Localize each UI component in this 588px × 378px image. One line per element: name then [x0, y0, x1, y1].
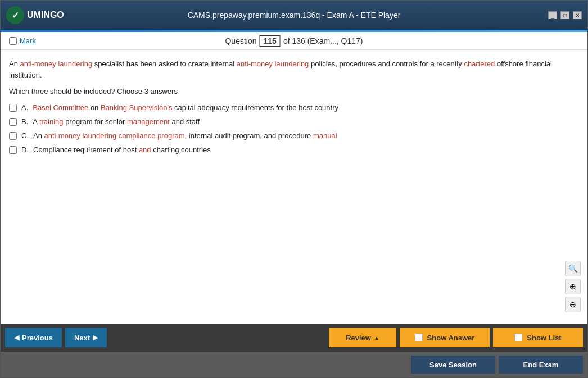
- titlebar: ✓ UMINGO CAMS.prepaway.premium.exam.136q…: [1, 1, 587, 30]
- option-b-text: A training program for senior management…: [33, 117, 200, 126]
- window-controls: _ □ ✕: [548, 11, 582, 19]
- show-answer-checkbox-icon: [415, 334, 423, 341]
- highlight-3: chartered: [464, 60, 495, 68]
- close-button[interactable]: ✕: [573, 11, 582, 19]
- logo-check: ✓: [12, 10, 19, 21]
- show-answer-label: Show Answer: [427, 334, 475, 342]
- review-button[interactable]: Review ▲: [329, 328, 396, 347]
- option-c-letter: C.: [21, 131, 29, 140]
- review-dropdown-icon: ▲: [374, 335, 379, 341]
- option-a: A. Basel Committee on Banking Supervisio…: [9, 103, 579, 112]
- question-number-area: Question 115 of 136 (Exam..., Q117): [225, 35, 363, 47]
- next-label: Next: [74, 334, 90, 342]
- question-header: Mark Question 115 of 136 (Exam..., Q117): [1, 32, 587, 50]
- mark-label[interactable]: Mark: [20, 37, 36, 45]
- logo-text: UMINGO: [27, 10, 64, 20]
- search-tool-button[interactable]: 🔍: [565, 261, 581, 276]
- highlight-1: anti-money laundering: [20, 60, 93, 68]
- checkbox-b[interactable]: [9, 118, 17, 126]
- zoom-out-button[interactable]: ⊖: [565, 297, 581, 312]
- next-button[interactable]: Next ▶: [65, 328, 107, 347]
- option-a-letter: A.: [21, 103, 28, 112]
- logo-icon: ✓: [6, 6, 24, 24]
- end-exam-button[interactable]: End Exam: [499, 356, 583, 374]
- next-arrow-icon: ▶: [93, 334, 98, 341]
- main-content: An anti-money laundering specialist has …: [1, 50, 587, 324]
- option-d-letter: D.: [21, 145, 29, 154]
- window-title: CAMS.prepaway.premium.exam.136q - Exam A…: [188, 11, 401, 20]
- option-c-text: An anti-money laundering compliance prog…: [33, 131, 337, 140]
- show-list-label: Show List: [527, 334, 561, 342]
- option-c: C. An anti-money laundering compliance p…: [9, 131, 579, 140]
- end-exam-label: End Exam: [523, 361, 559, 369]
- previous-label: Previous: [22, 334, 53, 342]
- highlight-2: anti-money laundering: [237, 60, 309, 68]
- option-b-letter: B.: [21, 117, 28, 126]
- checkbox-c[interactable]: [9, 132, 17, 140]
- bottom-nav-bar: ◀ Previous Next ▶ Review ▲ Show Answer S…: [1, 324, 587, 352]
- bottom-action-bar: Save Session End Exam: [1, 352, 587, 377]
- option-a-text: Basel Committee on Banking Supervision's…: [33, 103, 338, 112]
- mark-checkbox[interactable]: [9, 37, 17, 45]
- show-list-button[interactable]: Show List: [493, 328, 583, 347]
- minimize-button[interactable]: _: [548, 11, 557, 19]
- mark-checkbox-area[interactable]: Mark: [9, 37, 36, 45]
- save-session-button[interactable]: Save Session: [411, 356, 495, 374]
- question-instruction: Which three should be included? Choose 3…: [9, 87, 579, 95]
- review-label: Review: [346, 334, 371, 342]
- zoom-in-button[interactable]: ⊕: [565, 279, 581, 294]
- option-d: D. Compliance requirement of host and ch…: [9, 145, 579, 154]
- previous-arrow-icon: ◀: [14, 334, 19, 341]
- question-of-text: of 136 (Exam..., Q117): [283, 37, 363, 45]
- previous-button[interactable]: ◀ Previous: [5, 328, 62, 347]
- question-number-box: 115: [260, 35, 281, 47]
- show-list-checkbox-icon: [514, 334, 522, 341]
- restore-button[interactable]: □: [560, 11, 569, 19]
- option-b: B. A training program for senior managem…: [9, 117, 579, 126]
- side-tools: 🔍 ⊕ ⊖: [565, 261, 581, 312]
- checkbox-d[interactable]: [9, 146, 17, 154]
- question-text: An anti-money laundering specialist has …: [9, 58, 579, 80]
- option-d-text: Compliance requirement of host and chart…: [33, 145, 211, 154]
- question-label: Question: [225, 37, 256, 45]
- logo: ✓ UMINGO: [6, 6, 64, 24]
- save-session-label: Save Session: [429, 361, 477, 369]
- show-answer-button[interactable]: Show Answer: [400, 328, 490, 347]
- checkbox-a[interactable]: [9, 104, 17, 112]
